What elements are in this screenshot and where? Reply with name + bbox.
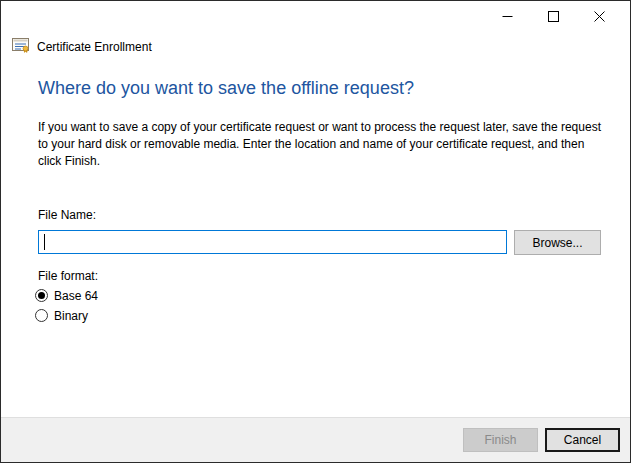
file-format-label: File format: xyxy=(38,269,98,283)
minimize-button[interactable] xyxy=(484,1,530,31)
titlebar xyxy=(1,1,630,31)
close-button[interactable] xyxy=(576,1,622,31)
file-name-input[interactable] xyxy=(38,230,507,254)
certificate-enrollment-window: Certificate Enrollment Where do you want… xyxy=(0,0,631,463)
footer: Finish Cancel xyxy=(1,417,630,462)
radio-option-base64[interactable]: Base 64 xyxy=(35,286,98,305)
cancel-button[interactable]: Cancel xyxy=(545,428,620,452)
finish-button[interactable]: Finish xyxy=(463,428,538,452)
radio-label-base64: Base 64 xyxy=(54,289,98,303)
certificate-icon xyxy=(12,38,30,56)
file-name-label: File Name: xyxy=(38,208,96,222)
app-header: Certificate Enrollment xyxy=(12,38,152,56)
app-title: Certificate Enrollment xyxy=(37,40,152,54)
file-name-field-wrap xyxy=(38,230,507,254)
description-text: If you want to save a copy of your certi… xyxy=(38,119,605,170)
maximize-button[interactable] xyxy=(530,1,576,31)
window-controls xyxy=(484,1,622,31)
radio-button-icon xyxy=(35,309,48,322)
radio-label-binary: Binary xyxy=(54,309,88,323)
file-format-radio-group: Base 64 Binary xyxy=(35,286,98,326)
maximize-icon xyxy=(548,11,559,22)
browse-button[interactable]: Browse... xyxy=(514,230,601,255)
page-title: Where do you want to save the offline re… xyxy=(38,78,414,99)
radio-option-binary[interactable]: Binary xyxy=(35,306,98,325)
radio-button-icon xyxy=(35,289,48,302)
minimize-icon xyxy=(502,11,513,22)
close-icon xyxy=(594,11,605,22)
